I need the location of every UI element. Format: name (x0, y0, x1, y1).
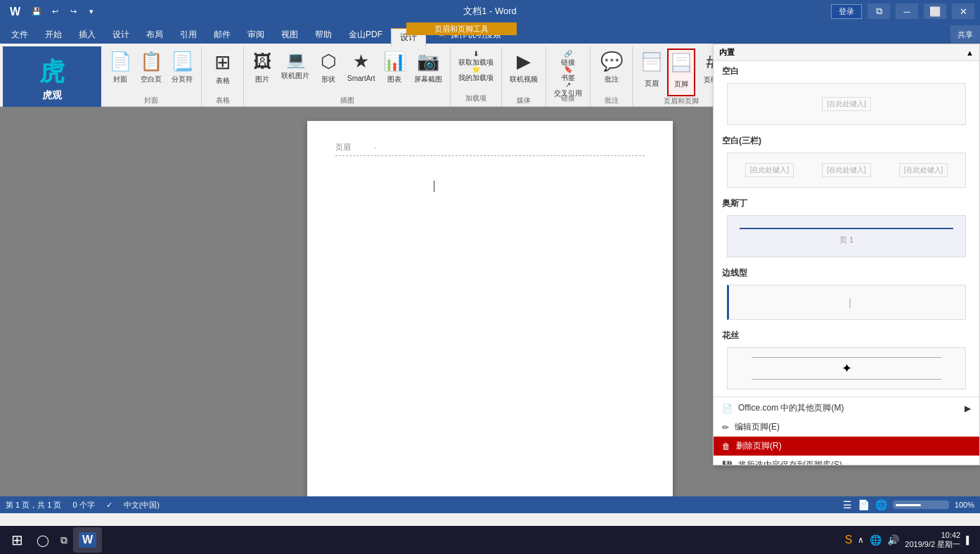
links-group-label: 链接 (561, 94, 575, 105)
tab-design[interactable]: 设计 (104, 25, 138, 44)
hyperlink-button[interactable]: 🔗 链接 (550, 48, 586, 62)
cover-page-icon: 📄 (109, 51, 131, 72)
web-view-button[interactable]: 🌐 (875, 499, 887, 510)
comment-icon: 💬 (600, 51, 623, 72)
get-addins-icon: ⬇ (473, 50, 479, 58)
zoom-level: 100% (955, 501, 974, 509)
online-video-button[interactable]: ▶ 联机视频 (506, 48, 541, 96)
ribbon-group-media: ▶ 联机视频 媒体 (502, 46, 546, 106)
bookmark-button[interactable]: 🔖 书签 (550, 63, 586, 77)
hyperlink-icon: 🔗 (564, 50, 572, 58)
austin-footer-item[interactable]: 页 1 (714, 212, 979, 263)
addins-group-label: 加载项 (465, 94, 486, 105)
other-footers-icon: 📄 (722, 404, 733, 413)
comment-button[interactable]: 💬 批注 (597, 48, 626, 96)
window-mode-button[interactable]: ⧉ (868, 4, 890, 19)
blank-footer-text: [在此处键入] (822, 107, 871, 111)
status-bar-left: 第 1 页，共 1 页 0 个字 ✓ 中文(中国) (6, 500, 160, 510)
tab-file[interactable]: 文件 (3, 25, 37, 44)
tab-help[interactable]: 帮助 (307, 25, 340, 44)
read-view-button[interactable]: ☰ (843, 499, 852, 510)
chart-icon: 📊 (383, 51, 406, 72)
customize-qat-button[interactable]: ▾ (84, 4, 98, 18)
border-footer-preview: | (727, 285, 966, 320)
my-addins-button[interactable]: ⭐ 我的加载项 (455, 63, 497, 77)
start-button[interactable]: ⊞ (3, 527, 31, 553)
filigree-line-top (752, 357, 941, 358)
tab-view[interactable]: 视图 (273, 25, 307, 44)
save-qat-button[interactable]: 💾 (30, 4, 44, 18)
tab-mailings[interactable]: 邮件 (205, 25, 239, 44)
network-icon: 🌐 (870, 534, 882, 546)
screenshot-button[interactable]: 📷 屏幕截图 (411, 48, 446, 96)
get-addins-button[interactable]: ⬇ 获取加载项 (455, 48, 497, 62)
tab-references[interactable]: 引用 (172, 25, 205, 44)
taskview-icon: ⧉ (60, 534, 67, 546)
zoom-slider[interactable] (893, 501, 949, 509)
other-footers-menu-item[interactable]: 📄 Office.com 中的其他页脚(M) ▶ (714, 399, 979, 418)
svg-rect-7 (673, 66, 690, 72)
online-picture-button[interactable]: 💻 联机图片 (278, 48, 313, 96)
taskbar-word-app[interactable]: W (73, 527, 102, 553)
three-col-footer-item[interactable]: [在此处键入] [在此处键入] [在此处键入] (714, 150, 979, 193)
app-logo: 虎 虎观 (3, 46, 101, 110)
table-button[interactable]: ⊞ 表格 (209, 48, 237, 96)
cover-page-button[interactable]: 📄 封面 (105, 48, 135, 96)
print-layout-button[interactable]: 📄 (858, 499, 870, 510)
status-bar-right: ☰ 📄 🌐 100% (843, 499, 974, 510)
show-desktop-button[interactable]: ▌ (966, 536, 972, 544)
bookmark-icon: 🔖 (564, 65, 572, 73)
taskbar-search[interactable]: ◯ (31, 527, 55, 553)
screenshot-icon: 📷 (417, 51, 439, 72)
section-filigree-label: 花丝 (714, 326, 979, 344)
tab-layout[interactable]: 布局 (138, 25, 172, 44)
save-to-library-menu-item[interactable]: 💾 将所选内容保存到页脚库(S)... (714, 456, 979, 465)
edit-footer-menu-item[interactable]: ✏ 编辑页脚(E) (714, 418, 979, 437)
minimize-button[interactable]: ─ (896, 4, 918, 19)
blank-page-button[interactable]: 📋 空白页 (136, 48, 166, 96)
redo-qat-button[interactable]: ↪ (66, 4, 80, 18)
wps-icon: S (845, 534, 853, 546)
illustrations-group-label: 插图 (340, 96, 354, 107)
undo-qat-button[interactable]: ↩ (48, 4, 62, 18)
addins-small-group: ⬇ 获取加载项 ⭐ 我的加载项 (455, 48, 497, 77)
blank-footer-item[interactable]: [在此处键入] (714, 107, 979, 131)
cross-reference-button[interactable]: ↗ 交叉引用 (550, 79, 586, 93)
page-break-button[interactable]: 📃 分页符 (167, 48, 197, 96)
tab-home[interactable]: 开始 (37, 25, 70, 44)
page-header-region: 页眉 - (335, 142, 645, 156)
windows-icon: ⊞ (11, 532, 23, 548)
pages-group-label: 封面 (144, 96, 158, 107)
status-bar: 第 1 页，共 1 页 0 个字 ✓ 中文(中国) ☰ 📄 🌐 100% (0, 496, 980, 513)
page-count-status: 第 1 页，共 1 页 (6, 500, 61, 510)
zoom-track (896, 504, 921, 506)
other-footers-arrow: ▶ (965, 404, 971, 413)
taskbar-taskview[interactable]: ⧉ (55, 527, 73, 553)
ribbon-items-pages: 📄 封面 📋 空白页 📃 分页符 (105, 48, 197, 96)
smartart-button[interactable]: ★ SmartArt (344, 48, 378, 96)
section-border-label: 边线型 (714, 263, 979, 282)
tab-jinshan-pdf[interactable]: 金山PDF (340, 25, 391, 44)
filigree-icon: ✦ (842, 361, 852, 376)
shapes-button[interactable]: ⬡ 形状 (314, 48, 342, 96)
picture-button[interactable]: 🖼 图片 (248, 48, 276, 96)
signin-button[interactable]: 登录 (831, 4, 862, 19)
tab-insert[interactable]: 插入 (70, 25, 104, 44)
filigree-footer-item[interactable]: ✦ (714, 344, 979, 395)
footer-button[interactable]: 页脚 (667, 49, 695, 96)
header-button[interactable]: 页眉 (638, 49, 666, 96)
title-bar: W 💾 ↩ ↪ ▾ 文档1 - Word 登录 ⧉ ─ ⬜ ✕ (0, 0, 980, 22)
close-button[interactable]: ✕ (952, 4, 974, 19)
edit-footer-icon: ✏ (722, 423, 729, 432)
word-logo[interactable]: W (6, 1, 25, 21)
border-footer-item[interactable]: | (714, 282, 979, 326)
restore-button[interactable]: ⬜ (924, 4, 946, 19)
austin-line (740, 228, 953, 229)
share-button[interactable]: 共享 (950, 25, 980, 44)
online-picture-icon: 💻 (286, 51, 305, 69)
remove-footer-menu-item[interactable]: 🗑 删除页脚(R) (714, 437, 979, 456)
contextual-tab-label: 页眉和页脚工具 (406, 22, 517, 35)
tab-review[interactable]: 审阅 (239, 25, 273, 44)
cross-reference-icon: ↗ (565, 81, 571, 89)
chart-button[interactable]: 📊 图表 (380, 48, 409, 96)
